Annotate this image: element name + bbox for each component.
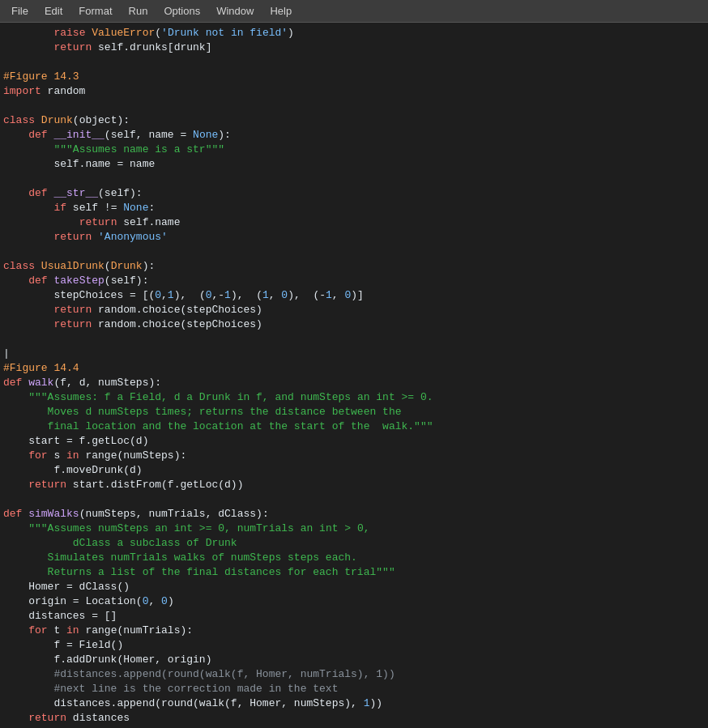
- code-line-46: #next line is the correction made in the…: [0, 682, 708, 696]
- menu-options[interactable]: Options: [156, 3, 208, 19]
- menu-window[interactable]: Window: [208, 3, 262, 19]
- menu-run[interactable]: Run: [121, 3, 156, 19]
- code-line-40: origin = Location(0, 0): [0, 594, 708, 609]
- code-line-5: import random: [0, 84, 708, 99]
- menu-file[interactable]: File: [3, 3, 36, 19]
- code-line-26: """Assumes: f a Field, d a Drunk in f, a…: [0, 390, 708, 405]
- code-line-44: f.addDrunk(Homer, origin): [0, 653, 708, 667]
- code-line-34: def simWalks(numSteps, numTrials, dClass…: [0, 507, 708, 522]
- menu-edit[interactable]: Edit: [36, 3, 70, 19]
- code-line-45: #distances.append(round(walk(f, Homer, n…: [0, 667, 708, 682]
- code-line-8: def __init__(self, name = None):: [0, 128, 708, 143]
- code-line-18: def takeStep(self):: [0, 274, 708, 288]
- code-line-41: distances = []: [0, 609, 708, 624]
- code-line-38: Returns a list of the final distances fo…: [0, 565, 708, 580]
- code-line-33: [0, 492, 708, 507]
- code-line-37: Simulates numTrials walks of numSteps st…: [0, 551, 708, 565]
- code-line-31: f.moveDrunk(d): [0, 463, 708, 478]
- code-line-43: f = Field(): [0, 638, 708, 653]
- code-line-16: [0, 245, 708, 259]
- code-line-35: """Assumes numSteps an int >= 0, numTria…: [0, 522, 708, 536]
- code-line-42: for t in range(numTrials):: [0, 624, 708, 638]
- code-line-12: def __str__(self):: [0, 186, 708, 201]
- code-line-14: return self.name: [0, 215, 708, 230]
- code-line-4: #Figure 14.3: [0, 70, 708, 84]
- code-line-48: return distances: [0, 711, 708, 726]
- code-line-1: raise ValueError('Drunk not in field'): [0, 26, 708, 40]
- code-line-32: return start.distFrom(f.getLoc(d)): [0, 478, 708, 492]
- code-line-6: [0, 99, 708, 113]
- code-line-22: [0, 332, 708, 347]
- code-line-11: [0, 172, 708, 186]
- code-line-9: """Assumes name is a str""": [0, 143, 708, 157]
- menubar: File Edit Format Run Options Window Help: [0, 0, 708, 23]
- code-line-36: dClass a subclass of Drunk: [0, 536, 708, 551]
- code-line-23: |: [0, 347, 708, 361]
- code-line-21: return random.choice(stepChoices): [0, 317, 708, 332]
- code-line-19: stepChoices = [(0,1), (0,-1), (1, 0), (-…: [0, 288, 708, 303]
- code-line-39: Homer = dClass(): [0, 580, 708, 594]
- code-line-47: distances.append(round(walk(f, Homer, nu…: [0, 696, 708, 711]
- code-editor[interactable]: raise ValueError('Drunk not in field') r…: [0, 23, 708, 728]
- code-line-13: if self != None:: [0, 201, 708, 215]
- menu-format[interactable]: Format: [70, 3, 120, 19]
- code-line-10: self.name = name: [0, 157, 708, 172]
- code-line-17: class UsualDrunk(Drunk):: [0, 259, 708, 274]
- code-line-15: return 'Anonymous': [0, 230, 708, 245]
- code-line-27: Moves d numSteps times; returns the dist…: [0, 405, 708, 419]
- code-line-28: final location and the location at the s…: [0, 419, 708, 434]
- code-line-24: #Figure 14.4: [0, 361, 708, 376]
- code-line-25: def walk(f, d, numSteps):: [0, 376, 708, 390]
- code-line-2: return self.drunks[drunk]: [0, 40, 708, 55]
- menu-help[interactable]: Help: [262, 3, 300, 19]
- code-line-20: return random.choice(stepChoices): [0, 303, 708, 317]
- code-line-3: [0, 55, 708, 70]
- code-line-29: start = f.getLoc(d): [0, 434, 708, 449]
- code-line-7: class Drunk(object):: [0, 113, 708, 128]
- code-line-30: for s in range(numSteps):: [0, 449, 708, 463]
